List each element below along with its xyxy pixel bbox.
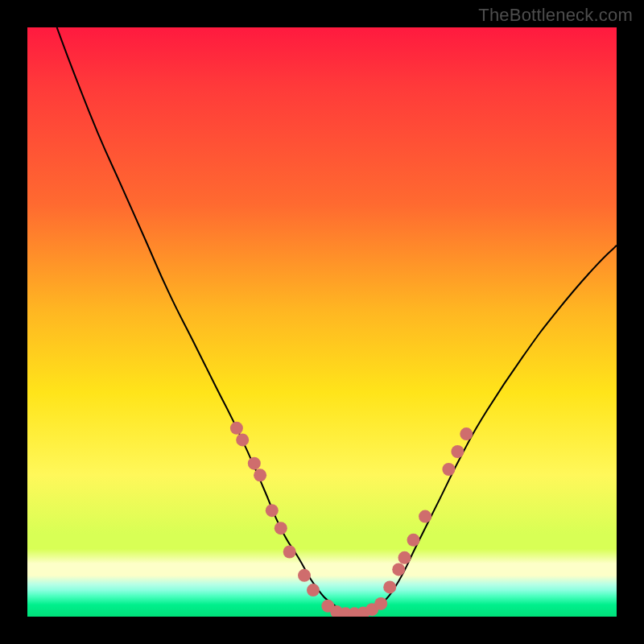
sample-dot [383,580,396,593]
sample-dot [298,569,311,582]
sample-dots-group [230,422,473,617]
sample-dot [283,546,296,559]
sample-dot [266,504,279,517]
sample-dot [451,445,464,458]
sample-dot [392,563,405,576]
sample-dot [442,463,455,476]
sample-dot [230,422,243,435]
plot-area [27,27,617,617]
sample-dot [307,584,320,597]
sample-dot [275,522,287,535]
sample-dot [419,510,431,523]
bottleneck-curve [57,27,617,615]
sample-dot [236,433,249,446]
watermark-text: TheBottleneck.com [478,5,633,26]
sample-dot [398,551,411,564]
sample-dot [374,597,387,610]
chart-frame: TheBottleneck.com [0,0,644,644]
sample-dot [248,457,261,470]
sample-dot [254,469,266,481]
curve-layer [27,27,617,617]
sample-dot [460,427,473,440]
sample-dot [407,534,420,547]
